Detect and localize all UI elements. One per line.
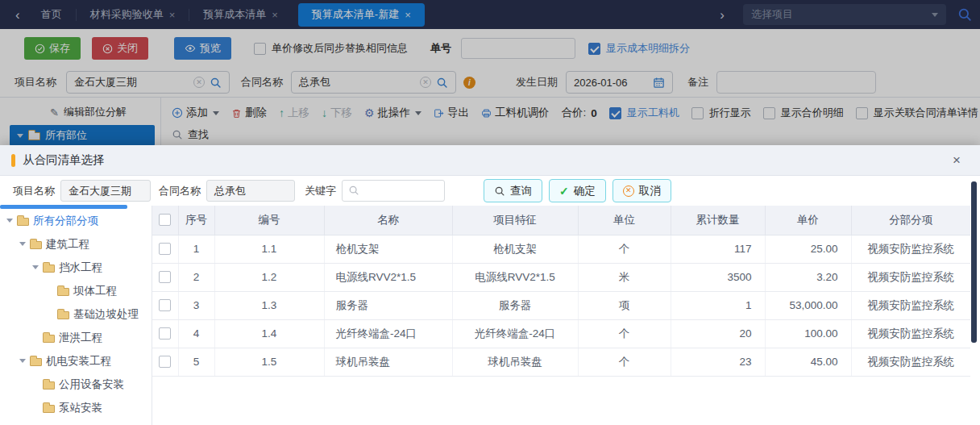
filter-contract-value: 总承包	[214, 184, 246, 198]
tree-node-construction[interactable]: 建筑工程	[0, 232, 152, 256]
cell-subdivision: 视频安防监控系统	[851, 348, 970, 376]
tree-node-video-security[interactable]: 视频安防监控系统	[0, 419, 152, 425]
filter-project-field[interactable]: 金石大厦三期	[60, 180, 151, 202]
cell-unit-price: 25.00	[765, 235, 851, 263]
table-row[interactable]: 5 1.5 球机吊装盘 球机吊装盘 个 23 45.00 视频安防监控系统	[152, 348, 970, 376]
col-code: 编号	[214, 206, 324, 235]
folder-icon	[43, 335, 55, 343]
contract-items-table: 序号 编号 名称 项目特征 单位 累计数量 单价 分部分项 1 1.1	[152, 206, 980, 425]
row-checkbox[interactable]	[159, 356, 171, 368]
caret-down-icon[interactable]	[19, 359, 26, 363]
contract-list-modal: 从合同清单选择 × 项目名称 金石大厦三期 合同名称 总承包 关键字 查询 ✓ …	[0, 145, 980, 425]
select-all-checkbox[interactable]	[159, 214, 171, 226]
cell-checkbox	[152, 319, 178, 348]
tree-node-label: 公用设备安装	[59, 377, 124, 392]
tree-node-public-equipment[interactable]: 公用设备安装	[0, 373, 152, 396]
table-row[interactable]: 3 1.3 服务器 服务器 项 1 53,000.00 视频安防监控系统	[152, 291, 970, 319]
col-unit-price: 单价	[765, 206, 851, 235]
cell-seq: 1	[178, 235, 214, 263]
cell-subdivision: 视频安防监控系统	[851, 291, 970, 319]
row-checkbox[interactable]	[159, 299, 171, 311]
modal-close-icon[interactable]: ×	[953, 153, 961, 167]
caret-down-icon[interactable]	[6, 219, 13, 223]
cell-checkbox	[152, 291, 178, 319]
tree-node-label: 坝体工程	[73, 284, 117, 298]
cell-checkbox	[152, 235, 178, 263]
cell-unit-price: 45.00	[765, 348, 851, 376]
cell-name: 服务器	[324, 291, 452, 319]
tree-node-label: 泵站安装	[59, 401, 102, 415]
tree-node-all-subdivisions[interactable]: 所有分部分项	[0, 209, 152, 232]
folder-icon	[43, 381, 55, 390]
cell-seq: 5	[178, 348, 214, 376]
filter-project-label: 项目名称	[13, 184, 55, 198]
tree-horizontal-scrollbar[interactable]	[0, 205, 127, 209]
col-subdivision: 分部分项	[851, 206, 970, 235]
filter-keyword-label: 关键字	[305, 184, 336, 198]
cell-unit: 项	[578, 291, 671, 319]
cell-subdivision: 视频安防监控系统	[851, 319, 970, 348]
search-icon	[494, 185, 505, 197]
cell-subdivision: 视频安防监控系统	[851, 235, 970, 263]
cancel-button-label: 取消	[639, 184, 661, 198]
folder-icon	[43, 405, 55, 413]
tree-node-mechanical-electrical[interactable]: 机电安装工程	[0, 349, 152, 373]
cell-seq: 3	[178, 291, 214, 319]
table-row[interactable]: 2 1.2 电源线RVV2*1.5 电源线RVV2*1.5 米 3500 3.2…	[152, 263, 970, 291]
cell-subdivision: 视频安防监控系统	[851, 263, 970, 291]
cell-code: 1.3	[214, 291, 324, 319]
tree-node-pump-station[interactable]: 泵站安装	[0, 396, 152, 419]
row-checkbox[interactable]	[159, 243, 171, 255]
cell-unit: 个	[578, 348, 671, 376]
cell-seq: 4	[178, 319, 214, 348]
cell-name: 枪机支架	[324, 235, 452, 263]
query-button[interactable]: 查询	[484, 179, 542, 202]
cell-quantity: 23	[671, 348, 765, 376]
cell-code: 1.2	[214, 263, 324, 291]
caret-down-icon[interactable]	[19, 242, 26, 246]
caret-down-icon[interactable]	[32, 265, 39, 269]
cell-quantity: 1	[671, 291, 765, 319]
cell-code: 1.1	[214, 235, 324, 263]
row-checkbox[interactable]	[159, 271, 171, 283]
cell-code: 1.4	[214, 319, 324, 348]
table-row[interactable]: 4 1.4 光纤终端盒-24口 光纤终端盒-24口 个 20 100.00 视频…	[152, 319, 970, 348]
cell-unit: 个	[578, 319, 671, 348]
cell-name: 光纤终端盒-24口	[324, 319, 452, 348]
modal-vertical-scrollbar[interactable]	[971, 181, 977, 343]
cancel-button[interactable]: ✕ 取消	[612, 179, 671, 202]
col-unit: 单位	[578, 206, 671, 235]
col-seq: 序号	[178, 206, 214, 235]
tree-node-foundation-slope[interactable]: 基础边坡处理	[0, 302, 152, 326]
cell-unit-price: 100.00	[765, 319, 851, 348]
cell-unit-price: 53,000.00	[765, 291, 851, 319]
col-feature: 项目特征	[452, 206, 578, 235]
modal-filter-row: 项目名称 金石大厦三期 合同名称 总承包 关键字 查询 ✓ 确定 ✕ 取消	[0, 176, 980, 206]
cell-quantity: 117	[671, 235, 765, 263]
tree-node-water-retaining[interactable]: 挡水工程	[0, 256, 152, 279]
cell-code: 1.5	[214, 348, 324, 376]
title-accent-bar	[11, 154, 15, 167]
folder-icon	[30, 358, 42, 366]
col-quantity: 累计数量	[671, 206, 765, 235]
tree-node-label: 所有分部分项	[33, 214, 98, 228]
filter-contract-field[interactable]: 总承包	[206, 180, 295, 202]
row-checkbox[interactable]	[159, 327, 171, 340]
filter-contract-label: 合同名称	[159, 184, 201, 198]
confirm-button[interactable]: ✓ 确定	[549, 179, 606, 202]
table-row[interactable]: 1 1.1 枪机支架 枪机支架 个 117 25.00 视频安防监控系统	[152, 235, 970, 263]
cell-checkbox	[152, 348, 178, 376]
check-icon: ✓	[559, 185, 569, 198]
tree-node-dam-body[interactable]: 坝体工程	[0, 279, 152, 302]
cell-checkbox	[152, 263, 178, 291]
cell-feature: 枪机支架	[452, 235, 578, 263]
modal-title: 从合同清单选择	[23, 152, 105, 168]
modal-body: 所有分部分项 建筑工程 挡水工程 坝体工程 基础边坡处理	[0, 206, 980, 425]
tree-node-spillway[interactable]: 泄洪工程	[0, 326, 152, 349]
tree-node-label: 挡水工程	[59, 260, 102, 275]
cell-feature: 电源线RVV2*1.5	[452, 263, 578, 291]
col-name: 名称	[324, 206, 452, 235]
header-select-all	[152, 206, 178, 235]
tree-node-label: 机电安装工程	[46, 354, 111, 369]
cell-name: 球机吊装盘	[324, 348, 452, 376]
